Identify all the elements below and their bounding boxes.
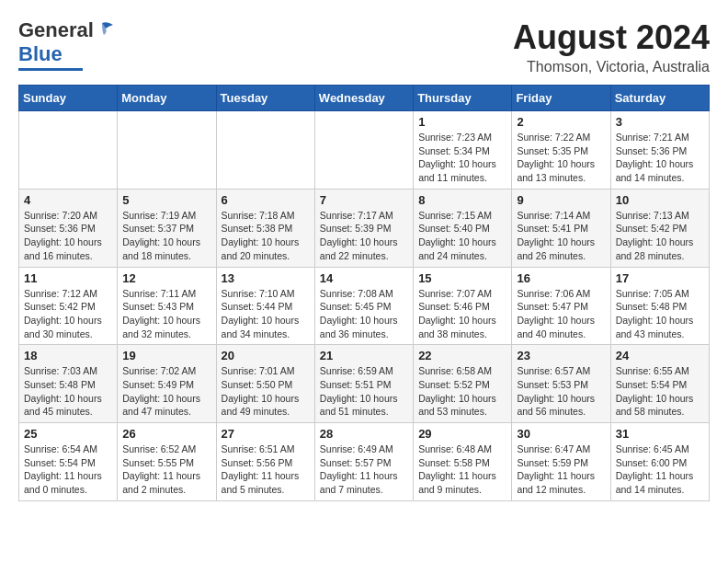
calendar-day-cell	[216, 111, 314, 190]
logo-blue-text: Blue	[18, 42, 63, 66]
logo-underline	[18, 68, 83, 71]
location-subtitle: Thomson, Victoria, Australia	[513, 59, 710, 75]
calendar-day-cell: 25Sunrise: 6:54 AMSunset: 5:54 PMDayligh…	[19, 423, 118, 501]
day-info: Sunrise: 7:08 AMSunset: 5:45 PMDaylight:…	[320, 287, 408, 341]
calendar-day-cell: 7Sunrise: 7:17 AMSunset: 5:39 PMDaylight…	[314, 189, 413, 267]
page-header: General Blue August 2024 Thomson, Victor…	[18, 18, 710, 75]
day-info: Sunrise: 7:17 AMSunset: 5:39 PMDaylight:…	[320, 209, 408, 263]
calendar-day-cell: 24Sunrise: 6:55 AMSunset: 5:54 PMDayligh…	[610, 345, 709, 423]
calendar-day-cell: 12Sunrise: 7:11 AMSunset: 5:43 PMDayligh…	[118, 267, 216, 345]
day-of-week-header: Tuesday	[216, 86, 314, 111]
calendar-week-row: 18Sunrise: 7:03 AMSunset: 5:48 PMDayligh…	[19, 345, 710, 423]
day-number: 31	[616, 427, 704, 441]
day-info: Sunrise: 7:03 AMSunset: 5:48 PMDaylight:…	[24, 364, 112, 419]
day-number: 9	[517, 193, 605, 207]
calendar-week-row: 4Sunrise: 7:20 AMSunset: 5:36 PMDaylight…	[19, 189, 710, 267]
calendar-day-cell: 22Sunrise: 6:58 AMSunset: 5:52 PMDayligh…	[414, 345, 512, 423]
day-number: 29	[418, 427, 506, 441]
day-number: 12	[122, 271, 210, 285]
day-number: 7	[320, 193, 408, 207]
day-of-week-header: Sunday	[19, 86, 118, 111]
day-info: Sunrise: 6:49 AMSunset: 5:57 PMDaylight:…	[320, 442, 408, 497]
day-of-week-header: Monday	[118, 86, 216, 111]
calendar-day-cell: 28Sunrise: 6:49 AMSunset: 5:57 PMDayligh…	[314, 423, 413, 501]
calendar-day-cell: 9Sunrise: 7:14 AMSunset: 5:41 PMDaylight…	[512, 189, 610, 267]
calendar-day-cell: 18Sunrise: 7:03 AMSunset: 5:48 PMDayligh…	[19, 345, 118, 423]
day-number: 28	[320, 427, 408, 441]
day-number: 18	[24, 349, 112, 362]
calendar-day-cell: 11Sunrise: 7:12 AMSunset: 5:42 PMDayligh…	[19, 267, 118, 345]
day-number: 13	[222, 271, 310, 285]
calendar-day-cell: 29Sunrise: 6:48 AMSunset: 5:58 PMDayligh…	[414, 423, 512, 501]
day-info: Sunrise: 7:18 AMSunset: 5:38 PMDaylight:…	[222, 209, 310, 263]
logo-general-text: General	[18, 18, 94, 42]
day-number: 21	[320, 349, 408, 362]
day-info: Sunrise: 6:52 AMSunset: 5:55 PMDaylight:…	[122, 442, 210, 497]
calendar-day-cell	[314, 111, 413, 190]
day-info: Sunrise: 7:05 AMSunset: 5:48 PMDaylight:…	[616, 287, 704, 341]
day-number: 22	[418, 349, 506, 362]
day-number: 1	[418, 115, 506, 129]
day-of-week-header: Friday	[512, 86, 610, 111]
month-year-title: August 2024	[513, 18, 710, 57]
day-of-week-header: Saturday	[610, 86, 709, 111]
calendar-day-cell: 5Sunrise: 7:19 AMSunset: 5:37 PMDaylight…	[118, 189, 216, 267]
title-block: August 2024 Thomson, Victoria, Australia	[513, 18, 710, 75]
day-info: Sunrise: 7:23 AMSunset: 5:34 PMDaylight:…	[418, 131, 506, 185]
day-info: Sunrise: 7:02 AMSunset: 5:49 PMDaylight:…	[122, 364, 210, 419]
day-number: 17	[616, 271, 704, 285]
day-info: Sunrise: 7:07 AMSunset: 5:46 PMDaylight:…	[418, 287, 506, 341]
day-info: Sunrise: 6:47 AMSunset: 5:59 PMDaylight:…	[517, 442, 605, 497]
day-info: Sunrise: 7:20 AMSunset: 5:36 PMDaylight:…	[24, 209, 112, 263]
day-info: Sunrise: 7:01 AMSunset: 5:50 PMDaylight:…	[222, 364, 310, 419]
day-number: 14	[320, 271, 408, 285]
calendar-day-cell: 19Sunrise: 7:02 AMSunset: 5:49 PMDayligh…	[118, 345, 216, 423]
calendar-day-cell: 6Sunrise: 7:18 AMSunset: 5:38 PMDaylight…	[216, 189, 314, 267]
calendar-day-cell: 21Sunrise: 6:59 AMSunset: 5:51 PMDayligh…	[314, 345, 413, 423]
calendar-table: SundayMondayTuesdayWednesdayThursdayFrid…	[18, 85, 710, 501]
calendar-header: SundayMondayTuesdayWednesdayThursdayFrid…	[19, 86, 710, 111]
calendar-day-cell: 20Sunrise: 7:01 AMSunset: 5:50 PMDayligh…	[216, 345, 314, 423]
day-info: Sunrise: 6:54 AMSunset: 5:54 PMDaylight:…	[24, 442, 112, 497]
calendar-day-cell: 23Sunrise: 6:57 AMSunset: 5:53 PMDayligh…	[512, 345, 610, 423]
day-number: 27	[222, 427, 310, 441]
day-number: 26	[122, 427, 210, 441]
day-number: 3	[616, 115, 704, 129]
day-number: 5	[122, 193, 210, 207]
calendar-day-cell: 1Sunrise: 7:23 AMSunset: 5:34 PMDaylight…	[414, 111, 512, 190]
day-info: Sunrise: 7:10 AMSunset: 5:44 PMDaylight:…	[222, 287, 310, 341]
day-number: 6	[222, 193, 310, 207]
calendar-day-cell: 16Sunrise: 7:06 AMSunset: 5:47 PMDayligh…	[512, 267, 610, 345]
day-info: Sunrise: 6:58 AMSunset: 5:52 PMDaylight:…	[418, 364, 506, 419]
day-number: 15	[418, 271, 506, 285]
day-number: 16	[517, 271, 605, 285]
day-info: Sunrise: 6:59 AMSunset: 5:51 PMDaylight:…	[320, 364, 408, 419]
day-info: Sunrise: 7:19 AMSunset: 5:37 PMDaylight:…	[122, 209, 210, 263]
calendar-body: 1Sunrise: 7:23 AMSunset: 5:34 PMDaylight…	[19, 111, 710, 501]
logo-bird-icon	[95, 21, 115, 38]
day-info: Sunrise: 7:12 AMSunset: 5:42 PMDaylight:…	[24, 287, 112, 341]
calendar-day-cell: 4Sunrise: 7:20 AMSunset: 5:36 PMDaylight…	[19, 189, 118, 267]
calendar-day-cell: 2Sunrise: 7:22 AMSunset: 5:35 PMDaylight…	[512, 111, 610, 190]
day-info: Sunrise: 6:57 AMSunset: 5:53 PMDaylight:…	[517, 364, 605, 419]
day-info: Sunrise: 7:13 AMSunset: 5:42 PMDaylight:…	[616, 209, 704, 263]
calendar-week-row: 1Sunrise: 7:23 AMSunset: 5:34 PMDaylight…	[19, 111, 710, 190]
day-info: Sunrise: 6:45 AMSunset: 6:00 PMDaylight:…	[616, 442, 704, 497]
day-number: 11	[24, 271, 112, 285]
day-of-week-header: Thursday	[414, 86, 512, 111]
calendar-day-cell	[19, 111, 118, 190]
calendar-day-cell: 17Sunrise: 7:05 AMSunset: 5:48 PMDayligh…	[610, 267, 709, 345]
day-header-row: SundayMondayTuesdayWednesdayThursdayFrid…	[19, 86, 710, 111]
logo: General Blue	[18, 18, 115, 71]
day-info: Sunrise: 7:14 AMSunset: 5:41 PMDaylight:…	[517, 209, 605, 263]
day-number: 20	[222, 349, 310, 362]
day-number: 23	[517, 349, 605, 362]
calendar-day-cell: 31Sunrise: 6:45 AMSunset: 6:00 PMDayligh…	[610, 423, 709, 501]
day-info: Sunrise: 7:11 AMSunset: 5:43 PMDaylight:…	[122, 287, 210, 341]
calendar-day-cell: 26Sunrise: 6:52 AMSunset: 5:55 PMDayligh…	[118, 423, 216, 501]
day-info: Sunrise: 7:22 AMSunset: 5:35 PMDaylight:…	[517, 131, 605, 185]
day-number: 4	[24, 193, 112, 207]
day-number: 8	[418, 193, 506, 207]
calendar-day-cell: 27Sunrise: 6:51 AMSunset: 5:56 PMDayligh…	[216, 423, 314, 501]
calendar-day-cell: 15Sunrise: 7:07 AMSunset: 5:46 PMDayligh…	[414, 267, 512, 345]
